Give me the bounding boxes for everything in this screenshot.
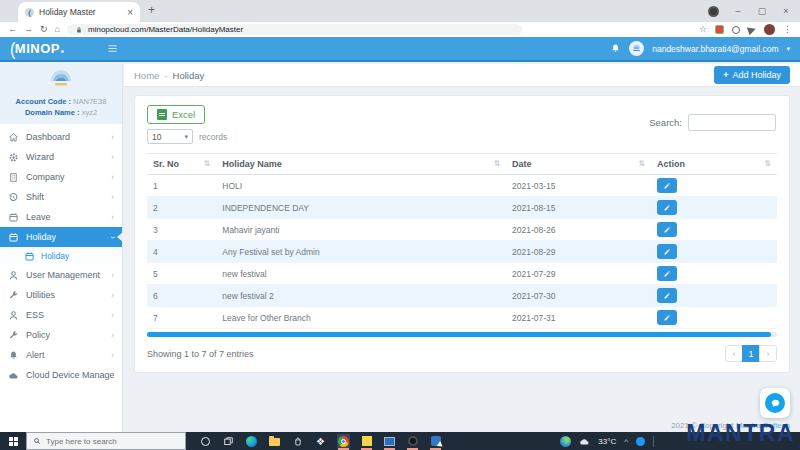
pagination-next-button[interactable]: › [759, 345, 777, 362]
column-header-action[interactable]: Action⇅ [651, 154, 777, 175]
add-holiday-button[interactable]: + Add Holiday [714, 66, 790, 84]
notifications-bell-icon[interactable] [610, 43, 621, 54]
browser-profile-icon[interactable] [708, 6, 719, 17]
sidebar-item-leave[interactable]: Leave › [0, 207, 122, 227]
camera-app-icon[interactable] [406, 434, 419, 449]
start-button[interactable] [0, 437, 26, 446]
edit-holiday-button[interactable] [657, 244, 677, 259]
user-avatar[interactable] [629, 41, 644, 56]
browser-avatar[interactable] [764, 24, 775, 35]
table-row[interactable]: 7 Leave for Other Branch 2021-07-31 [147, 307, 777, 329]
minop-logo[interactable]: ( MINOP [10, 40, 64, 58]
user-menu-caret-icon[interactable]: ▾ [786, 45, 790, 53]
edit-holiday-button[interactable] [657, 310, 677, 325]
table-row[interactable]: 1 HOLI 2021-03-15 [147, 175, 777, 197]
edit-holiday-button[interactable] [657, 266, 677, 281]
sidebar-item-shift[interactable]: Shift › [0, 187, 122, 207]
paint3d-icon[interactable] [429, 434, 442, 449]
lock-icon [75, 26, 83, 34]
home-icon[interactable]: ⌂ [55, 25, 60, 34]
network-globe-icon[interactable] [560, 436, 571, 447]
column-header-srno[interactable]: Sr. No⇅ [147, 154, 216, 175]
file-explorer-icon[interactable] [268, 434, 281, 449]
pagination-page-1[interactable]: 1 [742, 345, 760, 362]
tab-close-icon[interactable]: × [127, 7, 133, 18]
taskbar-search-input[interactable] [46, 437, 166, 446]
temperature-text[interactable]: 33°C [598, 437, 616, 446]
sidebar-item-wizard[interactable]: Wizard › [0, 147, 122, 167]
sticky-notes-icon[interactable] [360, 434, 373, 449]
scrollbar-thumb[interactable] [147, 332, 771, 337]
url-text: minopcloud.com/MasterData/HolidayMaster [88, 25, 243, 34]
edge-icon[interactable] [245, 434, 258, 449]
cortana-icon[interactable] [199, 434, 212, 449]
sort-icon: ⇅ [638, 159, 645, 168]
new-tab-button[interactable]: + [148, 3, 155, 17]
bookmark-star-icon[interactable]: ☆ [699, 25, 707, 34]
table-row[interactable]: 4 Any Festival set by Admin 2021-08-29 [147, 241, 777, 263]
pagination-prev-button[interactable]: ‹ [725, 345, 743, 362]
column-header-holiday-name[interactable]: Holiday Name⇅ [216, 154, 506, 175]
tab-title: Holiday Master [39, 7, 122, 17]
chevron-right-icon: › [111, 213, 114, 222]
sidebar-item-policy[interactable]: Policy › [0, 325, 122, 345]
column-header-date[interactable]: Date⇅ [506, 154, 651, 175]
table-row[interactable]: 6 new festival 2 2021-07-30 [147, 285, 777, 307]
back-icon[interactable]: ← [8, 25, 17, 34]
window-maximize-button[interactable]: ▢ [757, 6, 767, 16]
calendar-icon [8, 232, 19, 243]
sidebar-toggle-icon[interactable] [106, 43, 119, 54]
edit-holiday-button[interactable] [657, 178, 677, 193]
edit-holiday-button[interactable] [657, 222, 677, 237]
table-row[interactable]: 5 new festival 2021-07-29 [147, 263, 777, 285]
store-icon[interactable] [291, 434, 304, 449]
window-close-button[interactable]: × [781, 6, 791, 16]
sidebar-item-dashboard[interactable]: Dashboard › [0, 127, 122, 147]
extension-arrow-icon[interactable] [747, 24, 757, 34]
address-field[interactable]: minopcloud.com/MasterData/HolidayMaster [67, 24, 522, 35]
sidebar-item-user-management[interactable]: User Management › [0, 265, 122, 285]
sidebar-item-alert[interactable]: Alert › [0, 345, 122, 365]
chevron-right-icon: › [111, 351, 114, 360]
pagination: ‹ 1 › [725, 345, 777, 362]
table-footer: Showing 1 to 7 of 7 entries ‹ 1 › [147, 345, 777, 362]
sidebar-item-holiday[interactable]: Holiday › [0, 227, 122, 247]
edit-holiday-button[interactable] [657, 288, 677, 303]
extension-circle-icon[interactable] [732, 26, 740, 34]
sidebar-item-holiday-sub[interactable]: Holiday [0, 247, 122, 265]
extension-adblock-icon[interactable] [715, 25, 724, 34]
window-minimize-button[interactable]: – [733, 6, 743, 16]
task-view-icon[interactable] [222, 434, 235, 449]
sidebar-item-utilities[interactable]: Utilities › [0, 285, 122, 305]
browser-tab[interactable]: ( Holiday Master × [18, 2, 140, 22]
remote-desktop-icon[interactable] [383, 434, 396, 449]
cloud-icon [8, 370, 19, 381]
chat-widget-button[interactable] [760, 388, 790, 418]
table-row[interactable]: 3 Mahavir jayanti 2021-08-26 [147, 219, 777, 241]
sidebar-item-cloud-device-management[interactable]: Cloud Device Management [0, 365, 122, 385]
sidebar-item-company[interactable]: Company › [0, 167, 122, 187]
search-input[interactable] [688, 114, 776, 131]
dropbox-icon[interactable]: ❖ [314, 434, 327, 449]
breadcrumb: Home - Holiday + Add Holiday [124, 64, 800, 87]
tray-expand-icon[interactable]: ^ [624, 437, 628, 446]
account-code-value: NAN7E38 [73, 97, 106, 106]
horizontal-scrollbar[interactable] [147, 332, 777, 337]
tray-app-icon[interactable] [636, 437, 645, 446]
breadcrumb-current: Holiday [173, 70, 205, 81]
reload-icon[interactable]: ↻ [40, 25, 48, 34]
taskbar-search[interactable] [26, 432, 186, 450]
forward-icon[interactable]: → [24, 25, 33, 34]
edit-holiday-button[interactable] [657, 200, 677, 215]
sort-icon: ⇅ [493, 159, 500, 168]
user-email[interactable]: nandeshwar.bharati4@gmail.com [652, 44, 778, 54]
browser-menu-icon[interactable]: ⋮ [783, 25, 792, 34]
sidebar-item-ess[interactable]: ESS › [0, 305, 122, 325]
header-right: nandeshwar.bharati4@gmail.com ▾ [610, 41, 790, 56]
records-count-select[interactable]: 10 ▾ [147, 129, 193, 144]
chrome-icon[interactable] [337, 434, 350, 449]
weather-cloud-icon[interactable] [579, 437, 590, 446]
breadcrumb-home[interactable]: Home [134, 70, 159, 81]
excel-export-button[interactable]: Excel [147, 105, 205, 124]
table-row[interactable]: 2 INDEPENDENCE DAY 2021-08-15 [147, 197, 777, 219]
